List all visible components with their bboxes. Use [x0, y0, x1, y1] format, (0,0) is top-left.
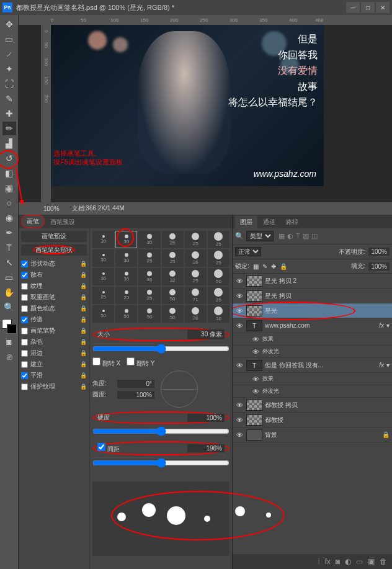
eyedropper-tool[interactable]: ✎ [2, 92, 16, 105]
layer-row[interactable]: 👁T但是 你回答我 没有...fx▾ [233, 358, 392, 373]
wand-tool[interactable]: ✦ [2, 62, 16, 76]
pen-tool[interactable]: ✒ [2, 226, 16, 240]
hardness-slider[interactable] [92, 426, 229, 436]
filter-image-icon[interactable]: ▦ [278, 232, 285, 240]
spacing-value[interactable]: 196% [187, 444, 225, 452]
layer-row[interactable]: 👁效果 [233, 333, 392, 346]
close-button[interactable]: ✕ [376, 2, 390, 13]
tab-brush[interactable]: 画笔 [21, 215, 45, 228]
brush-tip-8[interactable]: 25 [138, 249, 160, 267]
crop-tool[interactable]: ⛶ [2, 77, 16, 91]
brush-option-9[interactable]: 建立🔒 [21, 359, 87, 370]
brush-tip-7[interactable]: 30 [115, 249, 137, 267]
roundness-value[interactable]: 100% [117, 391, 154, 399]
shape-tool[interactable]: ▭ [2, 271, 16, 284]
lock-pos-icon[interactable]: ✥ [271, 263, 276, 270]
filter-smart-icon[interactable]: ◫ [311, 232, 318, 240]
filter-kind-select[interactable]: 类型 [246, 231, 274, 241]
layer-row[interactable]: 👁都教授 [233, 413, 392, 428]
brush-option-8[interactable]: 湿边🔒 [21, 347, 87, 359]
brush-option-0[interactable]: 形状动态🔒 [21, 258, 87, 269]
flip-y[interactable]: 翻转 Y [127, 357, 154, 368]
layer-row[interactable]: 👁背景🔒 [233, 428, 392, 442]
brush-tip-6[interactable]: 30 [92, 249, 114, 267]
dodge-tool[interactable]: ◉ [2, 211, 16, 225]
stamp-tool[interactable]: ▟ [2, 137, 16, 150]
layer-row[interactable]: 👁效果 [233, 373, 392, 385]
brush-option-5[interactable]: 传递🔒 [21, 314, 87, 325]
brush-tip-14[interactable]: 36 [138, 268, 160, 285]
mask-mode[interactable]: ◙ [2, 335, 16, 349]
lock-all-icon[interactable]: 🔒 [280, 263, 287, 270]
brush-tip-16[interactable]: 25 [185, 268, 207, 285]
group-icon[interactable]: ▭ [356, 557, 363, 566]
brush-tip-24[interactable]: 50 [92, 305, 114, 323]
brush-tip-12[interactable]: 36 [92, 268, 114, 285]
brush-option-1[interactable]: 散布🔒 [21, 269, 87, 280]
brush-option-2[interactable]: 纹理🔒 [21, 280, 87, 292]
brush-option-4[interactable]: 颜色动态🔒 [21, 303, 87, 314]
canvas[interactable]: 但是 你回答我 没有爱情 故事 将怎么以幸福结尾？ www.psahz.com … [51, 25, 324, 186]
layer-row[interactable]: 👁星光 拷贝 2 [233, 274, 392, 289]
brush-tip-21[interactable]: 50 [162, 287, 184, 304]
brush-presets-button[interactable]: 画笔预设 [21, 231, 87, 242]
size-slider[interactable] [92, 344, 229, 354]
brush-tip-19[interactable]: 25 [115, 287, 137, 304]
layer-row[interactable]: 👁外发光 [233, 385, 392, 398]
opacity-value[interactable]: 100% [368, 248, 390, 256]
brush-tip-28[interactable]: 36 [185, 305, 207, 323]
link-icon[interactable]: ⦙ [318, 557, 319, 566]
lock-trans-icon[interactable]: ▦ [253, 263, 259, 270]
background-swatch[interactable] [7, 324, 17, 334]
blur-tool[interactable]: ○ [2, 196, 16, 210]
spacing-slider[interactable] [92, 458, 229, 468]
brush-tip-13[interactable]: 36 [115, 268, 137, 285]
brush-tip-29[interactable]: 30 [208, 305, 229, 323]
delete-icon[interactable]: 🗑 [380, 557, 387, 566]
size-value[interactable]: 30 像素 [187, 329, 225, 339]
blend-mode-select[interactable]: 正常 [235, 247, 261, 256]
fill-value[interactable]: 100% [368, 262, 390, 271]
brush-tip-15[interactable]: 32 [162, 268, 184, 285]
brush-tip-22[interactable]: 71 [185, 287, 207, 304]
brush-option-3[interactable]: 双重画笔🔒 [21, 292, 87, 303]
tab-layers[interactable]: 图层 [235, 216, 257, 228]
new-layer-icon[interactable]: ▣ [368, 557, 375, 566]
brush-tip-2[interactable]: 30 [138, 231, 160, 248]
marquee-tool[interactable]: ▭ [2, 32, 16, 46]
adjustment-icon[interactable]: ◐ [345, 557, 351, 566]
brush-tip-4[interactable]: 25 [185, 231, 207, 248]
brush-tip-9[interactable]: 25 [162, 249, 184, 267]
type-tool[interactable]: T [2, 241, 16, 254]
layer-row[interactable]: 👁外发光 [233, 346, 392, 358]
tab-channels[interactable]: 通道 [258, 216, 280, 228]
brush-tip-0[interactable]: 30 [92, 231, 114, 248]
brush-tool[interactable]: ✏ [2, 122, 16, 135]
fx-icon[interactable]: fx [324, 557, 330, 566]
flip-x[interactable]: 翻转 X [92, 357, 120, 368]
brush-tip-shape-button[interactable]: 画笔笔尖形状 [21, 244, 87, 256]
brush-tip-5[interactable]: 25 [208, 231, 229, 248]
brush-option-7[interactable]: 杂色🔒 [21, 336, 87, 347]
minimize-button[interactable]: ─ [346, 2, 360, 13]
brush-tip-10[interactable]: 36 [185, 249, 207, 267]
brush-option-10[interactable]: 平滑🔒 [21, 370, 87, 381]
brush-tip-grid[interactable]: 3030302525253030252536253636363225502525… [92, 231, 229, 323]
lasso-tool[interactable]: ⟋ [2, 47, 16, 61]
zoom-level[interactable]: 100% [43, 205, 60, 212]
move-tool[interactable]: ✥ [2, 17, 16, 31]
layer-row[interactable]: 👁都教授 拷贝 [233, 398, 392, 413]
brush-option-11[interactable]: 保护纹理🔒 [21, 381, 87, 392]
brush-option-6[interactable]: 画笔笔势🔒 [21, 325, 87, 336]
spacing-check[interactable]: 间距 [97, 443, 120, 454]
heal-tool[interactable]: ✚ [2, 107, 16, 120]
maximize-button[interactable]: □ [361, 2, 375, 13]
lock-pixel-icon[interactable]: ✎ [262, 263, 267, 270]
zoom-tool[interactable]: 🔍 [2, 300, 16, 314]
brush-tip-3[interactable]: 25 [162, 231, 184, 248]
brush-tip-25[interactable]: 50 [115, 305, 137, 323]
mask-icon[interactable]: ◙ [336, 557, 340, 566]
screen-mode[interactable]: ⎚ [2, 350, 16, 364]
brush-tip-18[interactable]: 25 [92, 287, 114, 304]
angle-value[interactable]: 0° [117, 380, 154, 388]
